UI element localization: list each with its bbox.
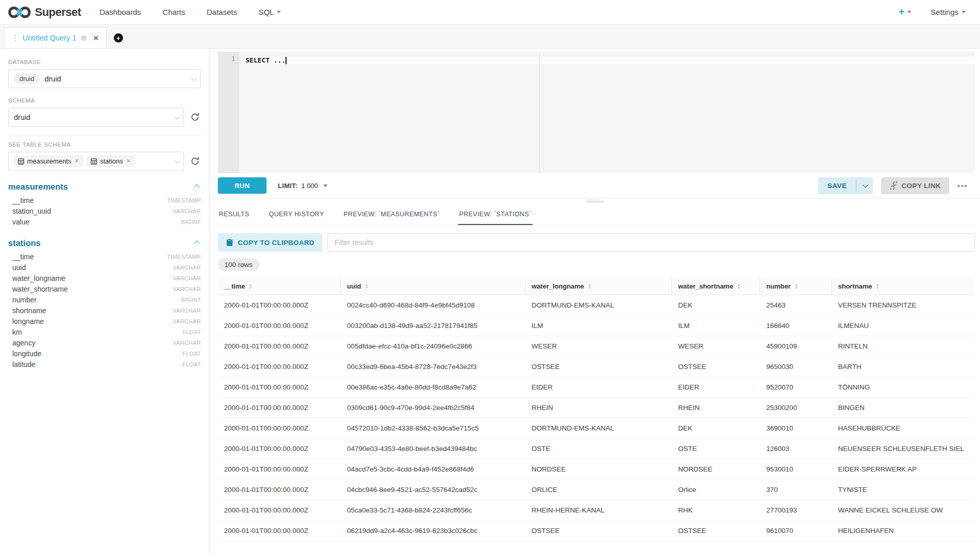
sort-icon[interactable]: ▲▼	[364, 283, 368, 289]
sort-icon[interactable]: ▲▼	[249, 283, 252, 289]
schema-column-row: numberBIGINT	[8, 294, 201, 305]
table-cell: 2000-01-01T00:00:00.000Z	[218, 357, 341, 377]
close-tab-icon[interactable]: ✕	[93, 34, 99, 42]
column-name: shortname	[12, 306, 46, 315]
table-chip-measurements[interactable]: measurements✕	[14, 155, 83, 167]
remove-chip-icon[interactable]: ✕	[74, 158, 79, 165]
table-cell: DORTMUND-EMS-KANAL	[525, 418, 672, 438]
settings-menu[interactable]: Settings	[931, 8, 966, 16]
refresh-tables-button[interactable]	[189, 155, 201, 167]
pane-resize-handle[interactable]	[210, 198, 980, 203]
table-cell: NEUENSEER SCHLEUSENFLETH SIEL	[832, 439, 975, 459]
new-item-menu[interactable]: +	[899, 6, 911, 18]
table-cell: DEK	[672, 418, 760, 438]
database-value: druid	[45, 75, 61, 83]
table-cell: OSTSEE	[672, 521, 760, 541]
nav-datasets[interactable]: Datasets	[207, 8, 237, 16]
chevron-down-icon	[174, 113, 180, 119]
drag-handle-icon[interactable]: ⋮	[12, 34, 18, 42]
chevron-down-icon	[863, 182, 868, 188]
results-tab-results[interactable]: RESULTS	[218, 203, 251, 225]
more-options-button[interactable]: •••	[957, 181, 968, 190]
schema-table-header[interactable]: stations	[8, 238, 201, 248]
filter-results-input[interactable]	[328, 233, 975, 252]
results-tabs: RESULTSQUERY HISTORYPREVIEW: `MEASUREMEN…	[218, 203, 975, 225]
table-cell: TYNISTE	[832, 480, 975, 500]
collapse-icon[interactable]	[194, 184, 199, 190]
column-header-shortname[interactable]: shortname▲▼	[832, 278, 975, 295]
schema-column-row: station_uuidVARCHAR	[8, 206, 201, 216]
query-tab-active[interactable]: ⋮ Untitled Query 1 ✕	[4, 27, 107, 48]
column-header-water_longname[interactable]: water_longname▲▼	[525, 278, 672, 295]
table-cell: OSTE	[525, 439, 672, 459]
copy-to-clipboard-button[interactable]: COPY TO CLIPBOARD	[218, 233, 322, 252]
results-tab-preview-measurements[interactable]: PREVIEW: `MEASUREMENTS`	[342, 203, 440, 225]
remove-chip-icon[interactable]: ✕	[126, 158, 131, 165]
table-chip-stations[interactable]: stations✕	[87, 155, 135, 167]
schema-table-name: stations	[8, 238, 40, 248]
sql-editor[interactable]: 1 SELECT ...	[218, 52, 975, 173]
column-name: longname	[12, 317, 44, 325]
sort-icon[interactable]: ▲▼	[794, 283, 798, 289]
schema-select[interactable]: druid	[8, 108, 184, 127]
column-name: uuid	[12, 263, 26, 272]
limit-dropdown[interactable]: LIMIT: 1 000	[278, 182, 328, 190]
nav-charts[interactable]: Charts	[162, 8, 185, 16]
collapse-icon[interactable]	[194, 240, 199, 246]
schema-tables: measurements__timeTIMESTAMPstation_uuidV…	[8, 182, 201, 370]
column-header-uuid[interactable]: uuid▲▼	[341, 278, 525, 295]
table-cell: 9610070	[760, 521, 832, 541]
column-name: number	[12, 296, 36, 304]
table-cell: TÖNNING	[832, 377, 975, 397]
column-type: VARCHAR	[173, 264, 201, 271]
table-chip-label: measurements	[27, 157, 71, 165]
query-tab-title: Untitled Query 1	[23, 34, 76, 42]
table-multiselect[interactable]: measurements✕stations✕	[8, 152, 184, 171]
column-header-water_shortname[interactable]: water_shortname▲▼	[672, 278, 760, 295]
limit-label: LIMIT:	[278, 182, 298, 190]
column-header-number[interactable]: number▲▼	[760, 278, 832, 295]
results-tab-preview-stations[interactable]: PREVIEW: `STATIONS`	[458, 203, 533, 225]
table-cell: 9530010	[760, 459, 832, 479]
schema-column-row: shortnameVARCHAR	[8, 305, 201, 316]
chevron-down-icon	[174, 157, 180, 163]
sort-icon[interactable]: ▲▼	[875, 283, 879, 289]
results-table-header: __time▲▼uuid▲▼water_longname▲▼water_shor…	[218, 278, 975, 295]
chevron-down-icon	[323, 184, 328, 187]
column-header-__time[interactable]: __time▲▼	[218, 278, 341, 295]
nav-dashboards[interactable]: Dashboards	[99, 8, 141, 16]
database-select[interactable]: druid druid	[8, 69, 201, 88]
refresh-schema-button[interactable]	[189, 111, 201, 123]
column-name: agency	[12, 339, 35, 347]
sort-icon[interactable]: ▲▼	[588, 283, 591, 289]
table-cell: OSTE	[672, 439, 760, 459]
copy-link-button[interactable]: COPY LINK	[881, 177, 949, 194]
column-type: BIGINT	[181, 219, 201, 225]
table-cell: 166640	[760, 316, 832, 336]
table-cell: 370	[760, 480, 832, 500]
superset-brand[interactable]: Superset	[8, 6, 81, 19]
table-row: 2000-01-01T00:00:00.000Z04acd7e5-3cbc-4c…	[218, 459, 975, 480]
save-query-split-button[interactable]: SAVE	[818, 177, 872, 194]
table-row: 2000-01-01T00:00:00.000Z04790e03-4353-4e…	[218, 439, 975, 459]
column-name: water_longname	[12, 274, 66, 282]
add-tab-button[interactable]: +	[114, 33, 123, 43]
nav-sql-menu[interactable]: SQL	[258, 8, 281, 16]
results-tab-query-history[interactable]: QUERY HISTORY	[268, 203, 325, 225]
refresh-icon	[190, 112, 200, 122]
sort-icon[interactable]: ▲▼	[737, 283, 741, 289]
table-cell: 25463	[760, 295, 832, 315]
editor-code-area[interactable]: SELECT ...	[239, 52, 975, 173]
table-cell: DEK	[672, 295, 760, 315]
table-cell: RINTELN	[832, 336, 975, 356]
link-icon	[889, 181, 897, 190]
schema-column-row: water_longnameVARCHAR	[8, 273, 201, 283]
column-type: FLOAT	[182, 351, 201, 357]
table-cell: EIDER	[525, 377, 672, 397]
column-type: VARCHAR	[173, 340, 201, 346]
save-options-button[interactable]	[856, 177, 873, 194]
table-cell: NORDSEE	[672, 459, 760, 479]
run-query-button[interactable]: RUN	[218, 177, 267, 194]
save-query-button[interactable]: SAVE	[818, 177, 855, 194]
schema-table-header[interactable]: measurements	[8, 182, 201, 192]
